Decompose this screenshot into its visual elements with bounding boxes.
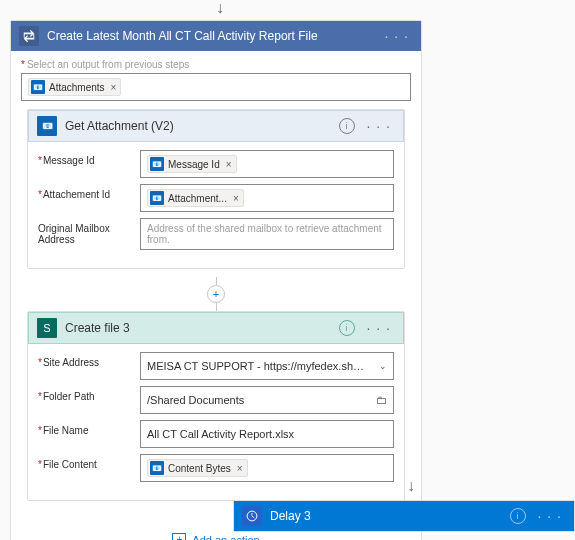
folder-picker-icon[interactable]: 🗀 xyxy=(376,394,387,406)
get-attachment-header[interactable]: 📧 Get Attachment (V2) i · · · xyxy=(28,110,404,142)
attachment-id-label: Attachement Id xyxy=(38,184,134,200)
menu-icon[interactable]: · · · xyxy=(363,118,395,134)
file-name-input[interactable]: All CT Call Activity Report.xlsx xyxy=(140,420,394,448)
site-address-select[interactable]: MEISA CT SUPPORT - https://myfedex.share… xyxy=(140,352,394,380)
info-icon[interactable]: i xyxy=(510,508,526,524)
attachments-token[interactable]: 📧 Attachments × xyxy=(28,78,121,96)
content-bytes-token[interactable]: 📧 Content Bytes × xyxy=(147,459,248,477)
mailbox-label: Original Mailbox Address xyxy=(38,218,134,245)
output-hint: Select an output from previous steps xyxy=(21,59,411,70)
message-id-token[interactable]: 📧 Message Id × xyxy=(147,155,237,173)
connector xyxy=(216,277,217,285)
attachment-id-token[interactable]: 📧 Attachment... × xyxy=(147,189,244,207)
file-content-label: File Content xyxy=(38,454,134,470)
file-content-input[interactable]: 📧 Content Bytes × xyxy=(140,454,394,482)
site-address-label: Site Address xyxy=(38,352,134,368)
folder-path-input[interactable]: /Shared Documents 🗀 xyxy=(140,386,394,414)
delay-title: Delay 3 xyxy=(270,509,502,523)
connector xyxy=(216,303,217,311)
remove-token-icon[interactable]: × xyxy=(111,82,117,93)
loop-card: Create Latest Month All CT Call Activity… xyxy=(10,20,422,540)
outlook-icon: 📧 xyxy=(150,191,164,205)
loop-input[interactable]: 📧 Attachments × xyxy=(21,73,411,101)
create-file-card: S Create file 3 i · · · Site Address MEI… xyxy=(27,311,405,501)
menu-icon[interactable]: · · · xyxy=(534,508,566,524)
create-file-title: Create file 3 xyxy=(65,321,331,335)
delay-header[interactable]: Delay 3 i · · · xyxy=(234,501,574,531)
loop-title: Create Latest Month All CT Call Activity… xyxy=(47,29,373,43)
get-attachment-card: 📧 Get Attachment (V2) i · · · Message Id… xyxy=(27,109,405,269)
remove-token-icon[interactable]: × xyxy=(237,463,243,474)
chevron-down-icon: ⌄ xyxy=(379,361,387,371)
create-file-header[interactable]: S Create file 3 i · · · xyxy=(28,312,404,344)
get-attachment-title: Get Attachment (V2) xyxy=(65,119,331,133)
plus-icon: + xyxy=(172,533,186,540)
info-icon[interactable]: i xyxy=(339,320,355,336)
loop-header[interactable]: Create Latest Month All CT Call Activity… xyxy=(11,21,421,51)
mailbox-input[interactable]: Address of the shared mailbox to retriev… xyxy=(140,218,394,250)
loop-icon xyxy=(19,26,39,46)
message-id-input[interactable]: 📧 Message Id × xyxy=(140,150,394,178)
delay-card: Delay 3 i · · · xyxy=(233,500,575,532)
arrow-down-icon: ↓ xyxy=(407,478,415,494)
outlook-icon: 📧 xyxy=(150,157,164,171)
clock-icon xyxy=(242,506,262,526)
info-icon[interactable]: i xyxy=(339,118,355,134)
add-step-icon[interactable]: + xyxy=(207,285,225,303)
outlook-icon: 📧 xyxy=(150,461,164,475)
remove-token-icon[interactable]: × xyxy=(226,159,232,170)
file-name-label: File Name xyxy=(38,420,134,436)
message-id-label: Message Id xyxy=(38,150,134,166)
remove-token-icon[interactable]: × xyxy=(233,193,239,204)
menu-icon[interactable]: · · · xyxy=(381,28,413,44)
sharepoint-icon: S xyxy=(37,318,57,338)
outlook-icon: 📧 xyxy=(31,80,45,94)
menu-icon[interactable]: · · · xyxy=(363,320,395,336)
outlook-icon: 📧 xyxy=(37,116,57,136)
attachment-id-input[interactable]: 📧 Attachment... × xyxy=(140,184,394,212)
folder-path-label: Folder Path xyxy=(38,386,134,402)
arrow-down-icon: ↓ xyxy=(210,0,230,16)
